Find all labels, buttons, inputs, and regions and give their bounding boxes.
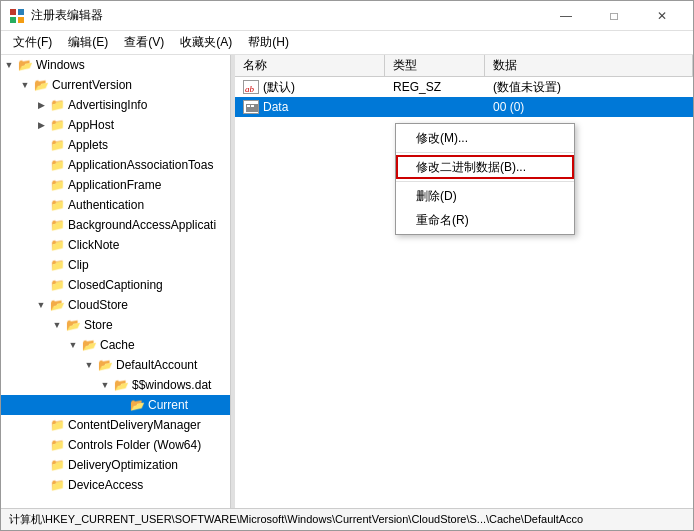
folder-icon: 📁 xyxy=(49,117,65,133)
context-menu-item[interactable]: 修改(M)... xyxy=(396,126,574,150)
folder-icon: 📂 xyxy=(65,317,81,333)
tree-item[interactable]: ▼📂Cache xyxy=(1,335,230,355)
tree-item[interactable]: 📁ApplicationFrame xyxy=(1,175,230,195)
tree-item-label: AdvertisingInfo xyxy=(68,98,147,112)
tree-item[interactable]: 📁DeviceAccess xyxy=(1,475,230,495)
folder-icon: 📂 xyxy=(129,397,145,413)
tree-toggle-icon[interactable]: ▶ xyxy=(33,97,49,113)
tree-toggle-icon[interactable]: ▼ xyxy=(1,57,17,73)
tree-item[interactable]: 📁ContentDeliveryManager xyxy=(1,415,230,435)
tree-toggle-icon[interactable] xyxy=(33,217,49,233)
context-menu-item[interactable]: 重命名(R) xyxy=(396,208,574,232)
folder-icon: 📁 xyxy=(49,457,65,473)
header-type[interactable]: 类型 xyxy=(385,55,485,76)
tree-toggle-icon[interactable]: ▼ xyxy=(49,317,65,333)
tree-item-label: Windows xyxy=(36,58,85,72)
tree-item[interactable]: ▼📂Store xyxy=(1,315,230,335)
tree-item[interactable]: ▼📂Windows xyxy=(1,55,230,75)
tree-item[interactable]: 📁ClickNote xyxy=(1,235,230,255)
tree-item-label: Controls Folder (Wow64) xyxy=(68,438,201,452)
svg-rect-7 xyxy=(251,105,254,107)
list-pane: 名称 类型 数据 ab(默认)REG_SZ(数值未设置)Data00 (0) 修… xyxy=(235,55,693,508)
tree-item[interactable]: 📁Controls Folder (Wow64) xyxy=(1,435,230,455)
context-menu-item[interactable]: 删除(D) xyxy=(396,184,574,208)
list-row[interactable]: Data00 (0) xyxy=(235,97,693,117)
header-data[interactable]: 数据 xyxy=(485,55,693,76)
list-row[interactable]: ab(默认)REG_SZ(数值未设置) xyxy=(235,77,693,97)
tree-item[interactable]: 📁ClosedCaptioning xyxy=(1,275,230,295)
menu-item[interactable]: 收藏夹(A) xyxy=(172,32,240,54)
tree-item[interactable]: ▼📂CurrentVersion xyxy=(1,75,230,95)
tree-item[interactable]: ▼📂DefaultAccount xyxy=(1,355,230,375)
context-menu: 修改(M)...修改二进制数据(B)...删除(D)重命名(R) xyxy=(395,123,575,235)
tree-toggle-icon[interactable] xyxy=(33,277,49,293)
tree-toggle-icon[interactable]: ▼ xyxy=(81,357,97,373)
status-bar: 计算机\HKEY_CURRENT_USER\SOFTWARE\Microsoft… xyxy=(1,508,693,530)
folder-icon: 📂 xyxy=(17,57,33,73)
maximize-button[interactable]: □ xyxy=(591,1,637,31)
menu-item[interactable]: 编辑(E) xyxy=(60,32,116,54)
tree-pane: ▼📂Windows▼📂CurrentVersion▶📁AdvertisingIn… xyxy=(1,55,231,508)
tree-item[interactable]: ▶📁AppHost xyxy=(1,115,230,135)
list-cell-name: ab(默认) xyxy=(235,77,385,97)
tree-item-label: ApplicationAssociationToas xyxy=(68,158,213,172)
tree-item[interactable]: 📁Applets xyxy=(1,135,230,155)
tree-item[interactable]: 📁Authentication xyxy=(1,195,230,215)
tree-item-label: Cache xyxy=(100,338,135,352)
svg-rect-6 xyxy=(247,105,250,107)
tree-toggle-icon[interactable] xyxy=(33,237,49,253)
tree-item-label: ClosedCaptioning xyxy=(68,278,163,292)
menu-item[interactable]: 文件(F) xyxy=(5,32,60,54)
tree-toggle-icon[interactable] xyxy=(113,397,129,413)
tree-toggle-icon[interactable] xyxy=(33,197,49,213)
tree-item-label: BackgroundAccessApplicati xyxy=(68,218,216,232)
value-icon: ab xyxy=(243,79,259,95)
tree-item[interactable]: 📁BackgroundAccessApplicati xyxy=(1,215,230,235)
tree-toggle-icon[interactable] xyxy=(33,137,49,153)
tree-item[interactable]: 📁ApplicationAssociationToas xyxy=(1,155,230,175)
tree-item[interactable]: ▶📁AdvertisingInfo xyxy=(1,95,230,115)
tree-toggle-icon[interactable] xyxy=(33,257,49,273)
context-menu-item[interactable]: 修改二进制数据(B)... xyxy=(396,155,574,179)
tree-item[interactable]: 📁Clip xyxy=(1,255,230,275)
tree-toggle-icon[interactable]: ▼ xyxy=(97,377,113,393)
list-cell-data: 00 (0) xyxy=(485,97,693,117)
folder-icon: 📁 xyxy=(49,217,65,233)
svg-rect-3 xyxy=(18,17,24,23)
tree-toggle-icon[interactable]: ▶ xyxy=(33,117,49,133)
tree-toggle-icon[interactable]: ▼ xyxy=(17,77,33,93)
tree-item[interactable]: 📂Current xyxy=(1,395,230,415)
tree-item-label: DefaultAccount xyxy=(116,358,197,372)
folder-icon: 📁 xyxy=(49,137,65,153)
folder-icon: 📂 xyxy=(97,357,113,373)
tree-toggle-icon[interactable] xyxy=(33,437,49,453)
app-icon xyxy=(9,8,25,24)
menu-item[interactable]: 帮助(H) xyxy=(240,32,297,54)
close-button[interactable]: ✕ xyxy=(639,1,685,31)
header-name[interactable]: 名称 xyxy=(235,55,385,76)
tree-toggle-icon[interactable] xyxy=(33,417,49,433)
tree-toggle-icon[interactable] xyxy=(33,157,49,173)
svg-rect-0 xyxy=(10,9,16,15)
tree-item-label: Clip xyxy=(68,258,89,272)
tree-item-label: CurrentVersion xyxy=(52,78,132,92)
content-area: ▼📂Windows▼📂CurrentVersion▶📁AdvertisingIn… xyxy=(1,55,693,508)
tree-item-label: Authentication xyxy=(68,198,144,212)
tree-toggle-icon[interactable] xyxy=(33,177,49,193)
tree-toggle-icon[interactable]: ▼ xyxy=(65,337,81,353)
folder-icon: 📁 xyxy=(49,177,65,193)
menu-item[interactable]: 查看(V) xyxy=(116,32,172,54)
tree-container[interactable]: ▼📂Windows▼📂CurrentVersion▶📁AdvertisingIn… xyxy=(1,55,230,508)
tree-item[interactable]: 📁DeliveryOptimization xyxy=(1,455,230,475)
tree-item[interactable]: ▼📂$$windows.dat xyxy=(1,375,230,395)
list-header: 名称 类型 数据 xyxy=(235,55,693,77)
tree-item-label: Current xyxy=(148,398,188,412)
tree-toggle-icon[interactable] xyxy=(33,457,49,473)
tree-toggle-icon[interactable] xyxy=(33,477,49,493)
tree-toggle-icon[interactable]: ▼ xyxy=(33,297,49,313)
tree-item[interactable]: ▼📂CloudStore xyxy=(1,295,230,315)
minimize-button[interactable]: — xyxy=(543,1,589,31)
main-window: 注册表编辑器 — □ ✕ 文件(F)编辑(E)查看(V)收藏夹(A)帮助(H) … xyxy=(0,0,694,531)
title-buttons: — □ ✕ xyxy=(543,1,685,31)
folder-icon: 📁 xyxy=(49,97,65,113)
